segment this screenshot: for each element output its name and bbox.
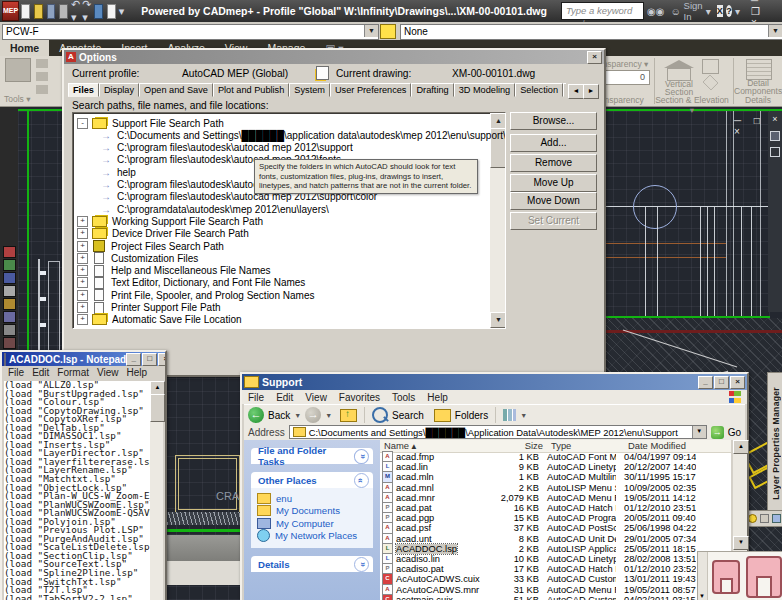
browse--button[interactable]: Browse... <box>510 112 597 130</box>
signin-dropdown-icon[interactable]: ▾ <box>706 6 711 17</box>
go-label[interactable]: Go <box>728 427 741 438</box>
tree-path-item[interactable]: →C:\programdata\autodesk\mep 2012\enu\la… <box>77 203 329 215</box>
scroll-down-icon[interactable]: ▼ <box>733 536 749 550</box>
explorer-titlebar[interactable]: Support _ □ × <box>242 374 747 390</box>
notepad-scrollbar[interactable]: ▲ <box>150 381 163 600</box>
notepad-menu-view[interactable]: View <box>97 367 119 378</box>
section-elevation-panel-label[interactable]: Section & Elevation ▾ <box>652 95 732 115</box>
tree-category[interactable]: +Print File, Spooler, and Prolog Section… <box>77 289 314 301</box>
dock-tool-icon[interactable] <box>3 259 16 271</box>
dock-tool-icon[interactable] <box>3 324 16 336</box>
dock-tool-icon[interactable] <box>3 246 16 258</box>
ribbon-mini-icon[interactable] <box>36 72 48 81</box>
add--button[interactable]: Add... <box>510 134 597 152</box>
up-folder-icon[interactable]: ↑ <box>340 409 357 422</box>
chevron-down-icon[interactable]: ▼ <box>364 25 378 37</box>
palette-icon[interactable] <box>772 514 781 523</box>
details-panel-label[interactable]: Details <box>734 95 782 105</box>
palette-mini-toolbar[interactable] <box>744 510 782 527</box>
exchange-icon[interactable]: X <box>717 5 723 17</box>
views-dropdown-icon[interactable]: ▼ <box>520 412 527 419</box>
notepad-menu-format[interactable]: Format <box>57 367 89 378</box>
tree-category[interactable]: +Text Editor, Dictionary, and Font File … <box>77 277 305 289</box>
close-icon[interactable]: × <box>768 112 782 126</box>
options-tab-display[interactable]: Display <box>99 83 139 97</box>
options-dialog-titlebar[interactable]: A Options × <box>64 50 604 64</box>
detail-components-button[interactable]: Detail Components <box>734 80 782 95</box>
dock-tool-icon[interactable] <box>3 311 16 323</box>
other-places-box[interactable]: Other Places» enuMy DocumentsMy Computer… <box>251 472 373 548</box>
collapse-icon[interactable]: - <box>77 118 88 129</box>
expand-icon[interactable]: + <box>77 265 88 276</box>
remove-button[interactable]: Remove <box>510 154 597 172</box>
explorer-menu-edit[interactable]: Edit <box>276 392 293 403</box>
tree-path-item[interactable]: →C:\Documents and Settings\██████\applic… <box>77 129 506 141</box>
back-icon[interactable]: ← <box>248 407 264 423</box>
binoculars-icon[interactable]: ◉◉ <box>647 6 664 17</box>
section-option-icon[interactable] <box>702 59 719 74</box>
scroll-up-icon[interactable]: ▲ <box>490 113 506 129</box>
tree-path-item[interactable]: →help <box>77 166 136 178</box>
address-dropdown-icon[interactable]: ▼ <box>692 426 706 438</box>
options-tab-3d-modeling[interactable]: 3D Modeling <box>454 83 516 97</box>
explorer-menu-file[interactable]: File <box>248 392 264 403</box>
tools-icon[interactable] <box>5 58 31 82</box>
tree-category[interactable]: +Printer Support File Path <box>77 302 221 314</box>
other-place-enu[interactable]: enu <box>257 492 371 505</box>
search-icon[interactable] <box>372 407 388 423</box>
minimize-icon[interactable]: _ <box>126 353 141 366</box>
close-icon[interactable]: × <box>158 353 165 366</box>
app-menu-button[interactable]: MEP <box>2 1 19 21</box>
chevron-down-icon[interactable]: » <box>354 557 369 572</box>
layer-properties-manager-tab[interactable]: Layer Properties Manager <box>767 372 782 514</box>
options-tab-profiles[interactable]: Profiles <box>563 83 566 97</box>
sheetset-icon[interactable] <box>107 4 116 19</box>
dock-tool-icon[interactable] <box>3 298 16 310</box>
search-label[interactable]: Search <box>392 410 424 421</box>
options-tab-selection[interactable]: Selection <box>515 83 563 97</box>
move-down-button[interactable]: Move Down <box>510 192 597 210</box>
dock-icon[interactable] <box>770 147 780 157</box>
dock-icon[interactable] <box>770 131 780 141</box>
details-box[interactable]: Details» <box>251 556 373 572</box>
notepad-text-area[interactable]: (load "ALLZ0.lsp"(load "BurstUpgraded.ls… <box>4 381 150 600</box>
expand-icon[interactable]: + <box>77 241 88 252</box>
tree-path-item[interactable]: →C:\program files\autodesk\autocad mep 2… <box>77 142 353 154</box>
address-input[interactable]: C:\Documents and Settings\██████\Applica… <box>309 427 678 438</box>
options-tab-system[interactable]: System <box>289 83 330 97</box>
help-dropdown-icon[interactable]: ▾ <box>735 6 740 17</box>
other-place-my-network-places[interactable]: My Network Places <box>257 530 371 543</box>
vertical-section-icon[interactable] <box>664 60 694 80</box>
qat-dropdown-icon[interactable]: ▾ <box>119 5 125 18</box>
ribbon-mini-icon[interactable] <box>36 85 48 94</box>
tree-category[interactable]: +Automatic Save File Location <box>77 314 242 326</box>
other-place-my-computer[interactable]: My Computer <box>257 517 371 530</box>
explorer-menu-tools[interactable]: Tools <box>392 392 415 403</box>
lightbulb-icon[interactable] <box>748 514 757 523</box>
workspace-icon[interactable] <box>94 4 103 19</box>
explorer-menu-view[interactable]: View <box>305 392 327 403</box>
scroll-down-icon[interactable]: ▼ <box>490 312 506 328</box>
expand-icon[interactable]: + <box>77 314 88 325</box>
tree-category[interactable]: +Customization Files <box>77 252 198 264</box>
chevron-up-icon[interactable]: » <box>354 473 369 488</box>
tree-scrollbar[interactable]: ▲ ▼ <box>490 113 505 328</box>
duct-tool-icon[interactable] <box>712 560 740 594</box>
explorer-menu-help[interactable]: Help <box>427 392 448 403</box>
close-icon[interactable]: × <box>587 51 602 64</box>
new-file-icon[interactable] <box>21 4 30 19</box>
options-tab-files[interactable]: Files <box>68 83 99 97</box>
save-icon[interactable] <box>47 4 56 19</box>
user-icon[interactable]: ☺ <box>670 6 680 17</box>
layer-combobox[interactable]: None▼ <box>400 24 782 40</box>
forward-icon[interactable]: → <box>305 407 321 423</box>
tree-category[interactable]: +Help and Miscellaneous File Names <box>77 265 271 277</box>
minimize-icon[interactable]: _ <box>698 376 713 389</box>
expand-icon[interactable]: + <box>77 290 88 301</box>
app-titlebar[interactable]: MEP ↶ ▾ ↷ ▾ ▾ Powered by CADmep+ - Profi… <box>0 0 782 22</box>
undo-icon[interactable]: ↶ ▾ <box>71 0 80 24</box>
options-tab-open-and-save[interactable]: Open and Save <box>139 83 213 97</box>
chevron-down-icon[interactable]: ▼ <box>768 25 782 37</box>
tree-category[interactable]: -Support File Search Path <box>77 117 224 129</box>
file-list[interactable]: Name ▴SizeTypeDate ModifiedAacad.fmp1 KB… <box>380 440 731 600</box>
